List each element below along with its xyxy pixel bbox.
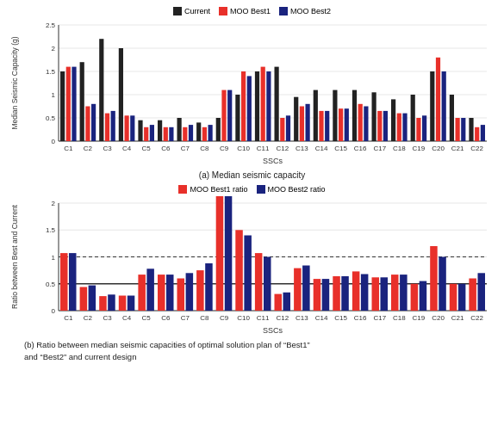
svg-rect-72 bbox=[345, 108, 349, 141]
svg-rect-133 bbox=[158, 275, 165, 311]
svg-rect-43 bbox=[202, 127, 207, 141]
svg-rect-158 bbox=[322, 279, 330, 311]
chart2-caption-wrap: (b) Ratio between median seismic capacit… bbox=[9, 338, 495, 363]
svg-text:1: 1 bbox=[52, 91, 56, 99]
svg-rect-28 bbox=[130, 115, 134, 141]
svg-rect-15 bbox=[66, 67, 71, 141]
svg-rect-166 bbox=[372, 277, 380, 311]
legend2-best2-box bbox=[257, 185, 265, 194]
svg-rect-68 bbox=[325, 111, 329, 141]
svg-text:C2: C2 bbox=[84, 145, 93, 152]
svg-rect-26 bbox=[119, 48, 123, 141]
svg-text:C6: C6 bbox=[161, 145, 171, 152]
svg-text:C10: C10 bbox=[237, 145, 250, 152]
svg-rect-38 bbox=[177, 118, 182, 141]
svg-rect-60 bbox=[286, 115, 290, 141]
svg-rect-119 bbox=[69, 253, 77, 311]
svg-rect-128 bbox=[128, 296, 135, 312]
svg-rect-140 bbox=[205, 263, 213, 311]
svg-text:C13: C13 bbox=[296, 314, 308, 322]
svg-rect-170 bbox=[400, 275, 408, 311]
svg-rect-143 bbox=[225, 196, 233, 311]
svg-text:C1: C1 bbox=[64, 314, 73, 322]
svg-text:C3: C3 bbox=[103, 145, 112, 152]
svg-text:C12: C12 bbox=[276, 314, 289, 322]
svg-rect-181 bbox=[469, 279, 476, 312]
chart2-caption-line2: and “Best2” and current design bbox=[16, 351, 488, 362]
svg-rect-40 bbox=[189, 125, 193, 141]
svg-text:Median Seismic Capacity (g): Median Seismic Capacity (g) bbox=[10, 36, 19, 129]
svg-rect-149 bbox=[264, 257, 271, 312]
svg-text:2.5: 2.5 bbox=[46, 22, 56, 29]
svg-text:C15: C15 bbox=[334, 145, 347, 152]
chart2-wrapper: MOO Best1 ratio MOO Best2 ratio 00.511.5… bbox=[9, 185, 495, 363]
svg-text:C22: C22 bbox=[470, 314, 483, 322]
svg-rect-71 bbox=[339, 108, 343, 141]
svg-text:0: 0 bbox=[52, 307, 56, 315]
svg-rect-87 bbox=[416, 118, 420, 141]
svg-rect-99 bbox=[475, 127, 479, 141]
svg-rect-20 bbox=[91, 104, 96, 141]
svg-rect-169 bbox=[391, 275, 399, 311]
svg-rect-176 bbox=[439, 257, 446, 312]
svg-rect-74 bbox=[352, 90, 357, 141]
svg-rect-22 bbox=[99, 39, 103, 141]
svg-text:C2: C2 bbox=[84, 314, 93, 322]
svg-text:C7: C7 bbox=[181, 145, 190, 152]
svg-rect-164 bbox=[361, 275, 369, 312]
svg-rect-122 bbox=[89, 286, 96, 311]
svg-text:1: 1 bbox=[52, 254, 56, 262]
svg-rect-62 bbox=[294, 97, 298, 141]
legend2-best1: MOO Best1 ratio bbox=[178, 185, 247, 194]
svg-rect-139 bbox=[196, 270, 204, 311]
svg-text:C9: C9 bbox=[220, 314, 229, 322]
svg-text:C20: C20 bbox=[432, 145, 445, 152]
svg-rect-88 bbox=[422, 115, 426, 141]
svg-text:C5: C5 bbox=[142, 145, 152, 152]
svg-rect-75 bbox=[358, 104, 363, 141]
page-container: Current MOO Best1 MOO Best2 00.511.522.5… bbox=[0, 0, 504, 432]
svg-text:2: 2 bbox=[52, 45, 56, 52]
legend-best1: MOO Best1 bbox=[219, 7, 271, 15]
svg-rect-24 bbox=[111, 111, 115, 141]
svg-text:0: 0 bbox=[52, 138, 56, 145]
svg-rect-34 bbox=[158, 120, 162, 141]
svg-rect-63 bbox=[300, 107, 304, 142]
svg-text:C14: C14 bbox=[315, 314, 328, 322]
svg-text:SSCs: SSCs bbox=[263, 157, 283, 165]
legend2-best1-label: MOO Best1 ratio bbox=[190, 185, 247, 194]
svg-text:0.5: 0.5 bbox=[46, 114, 56, 122]
chart1-svg: 00.511.522.5C1C2C3C4C5C6C7C8C9C10C11C12C… bbox=[9, 18, 495, 169]
svg-rect-44 bbox=[208, 125, 213, 141]
chart1-caption: (a) Median seismic capacity bbox=[199, 170, 305, 180]
chart2-legend: MOO Best1 ratio MOO Best2 ratio bbox=[178, 185, 325, 194]
svg-rect-76 bbox=[364, 107, 368, 142]
svg-text:C1: C1 bbox=[64, 145, 73, 152]
chart2-caption-line1: (b) Ratio between median seismic capacit… bbox=[16, 339, 488, 350]
svg-text:C16: C16 bbox=[354, 314, 367, 322]
svg-rect-91 bbox=[436, 58, 440, 141]
svg-text:0.5: 0.5 bbox=[46, 281, 56, 288]
svg-text:C10: C10 bbox=[237, 314, 250, 322]
svg-rect-42 bbox=[196, 122, 201, 141]
svg-rect-86 bbox=[411, 95, 415, 141]
svg-text:C21: C21 bbox=[451, 314, 464, 322]
svg-rect-92 bbox=[442, 71, 446, 141]
svg-text:C18: C18 bbox=[393, 314, 406, 322]
svg-rect-173 bbox=[420, 281, 427, 311]
svg-rect-39 bbox=[183, 127, 187, 141]
svg-rect-18 bbox=[80, 62, 84, 141]
svg-rect-146 bbox=[244, 236, 252, 312]
chart1-legend: Current MOO Best1 MOO Best2 bbox=[173, 7, 331, 15]
svg-rect-30 bbox=[138, 120, 142, 141]
svg-rect-155 bbox=[302, 266, 310, 312]
svg-text:C5: C5 bbox=[142, 314, 152, 322]
svg-rect-90 bbox=[430, 71, 434, 141]
svg-text:1.5: 1.5 bbox=[46, 68, 56, 76]
svg-rect-54 bbox=[255, 71, 259, 141]
svg-rect-67 bbox=[319, 111, 323, 141]
svg-text:1.5: 1.5 bbox=[46, 226, 56, 234]
svg-rect-55 bbox=[261, 67, 265, 141]
svg-text:C4: C4 bbox=[122, 145, 132, 152]
legend-best2-box bbox=[279, 7, 288, 15]
